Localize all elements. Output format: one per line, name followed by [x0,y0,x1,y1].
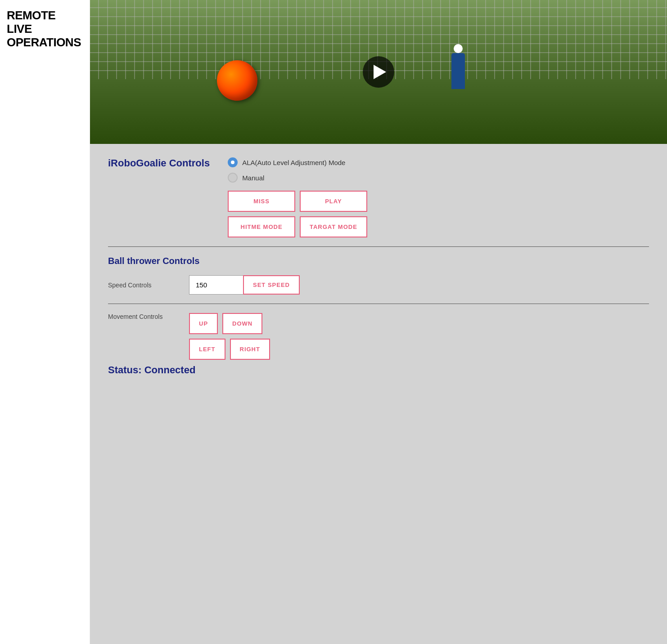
target-button[interactable]: targAT MODE [300,216,367,237]
irobo-button-grid: MISS PLAY HitMe MODE targAT MODE [228,191,367,237]
divider-1 [108,246,649,247]
speed-label: Speed Controls [108,282,176,289]
movement-top-row: UP DOWN [189,313,270,334]
mode-ala-radio[interactable] [228,157,238,167]
movement-label: Movement Controls [108,313,176,320]
soccer-ball [217,60,257,101]
status-label: Status: Connected [108,364,649,376]
sidebar: REMOTE LIVE OPERATIONS [0,0,90,644]
goalkeeper-figure [451,53,465,89]
mode-manual-item[interactable]: Manual [228,173,367,183]
main-content: iRoboGoalie Controls ALA(Auto Level Adju… [90,0,667,644]
mode-ala-label: ALA(Auto Level Adjustment) Mode [242,159,345,166]
app-title: REMOTE LIVE OPERATIONS [7,9,83,49]
hitme-button[interactable]: HitMe MODE [228,216,295,237]
video-placeholder [90,0,667,144]
down-button[interactable]: DOWN [222,313,262,334]
speed-input[interactable] [189,275,243,295]
movement-row: Movement Controls UP DOWN LEFT RIGHT [108,313,649,360]
play-button-ctrl[interactable]: PLAY [300,191,367,212]
up-button[interactable]: UP [189,313,218,334]
set-speed-button[interactable]: SET SPEED [243,275,300,295]
play-button[interactable] [363,56,394,88]
mode-manual-label: Manual [242,174,264,182]
mode-manual-radio[interactable] [228,173,238,183]
irobo-title: iRoboGoalie Controls [108,157,210,169]
speed-row: Speed Controls SET SPEED [108,275,649,295]
mode-radio-group: ALA(Auto Level Adjustment) Mode Manual [228,157,367,183]
irobo-right-controls: ALA(Auto Level Adjustment) Mode Manual M… [228,157,367,237]
video-container [90,0,667,144]
irobo-section: iRoboGoalie Controls ALA(Auto Level Adju… [108,157,649,237]
movement-buttons: UP DOWN LEFT RIGHT [189,313,270,360]
right-button[interactable]: RIGHT [230,339,270,360]
movement-bottom-row: LEFT RIGHT [189,339,270,360]
ball-thrower-title: Ball thrower Controls [108,256,649,266]
left-button[interactable]: LEFT [189,339,225,360]
status-section: Status: Connected [108,364,649,376]
divider-2 [108,304,649,304]
controls-section: iRoboGoalie Controls ALA(Auto Level Adju… [90,144,667,644]
ball-thrower-section: Ball thrower Controls Speed Controls SET… [108,256,649,360]
speed-input-group: SET SPEED [189,275,300,295]
play-icon [374,65,386,79]
mode-ala-item[interactable]: ALA(Auto Level Adjustment) Mode [228,157,367,167]
miss-button[interactable]: MISS [228,191,295,212]
